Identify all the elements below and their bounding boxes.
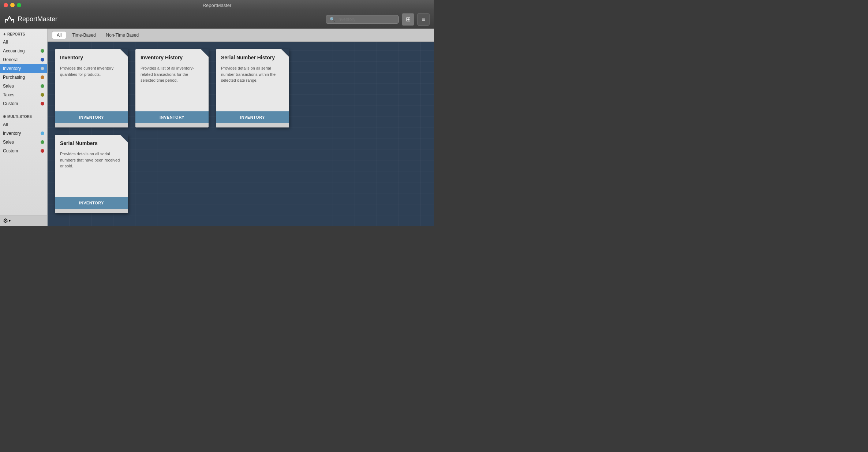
- sidebar-item-ms-all[interactable]: All: [0, 120, 47, 129]
- purchasing-dot: [41, 75, 44, 79]
- sidebar-item-label: Inventory: [3, 66, 41, 71]
- main-layout: ✦ REPORTS All Accounting General Invento…: [0, 29, 434, 226]
- card-serial-numbers[interactable]: Serial Numbers Provides details on all s…: [55, 135, 128, 213]
- card-corner: [281, 49, 289, 57]
- ms-custom-dot: [41, 149, 44, 153]
- maximize-button[interactable]: [17, 3, 21, 7]
- sidebar-item-label: Inventory: [3, 131, 41, 136]
- sidebar-item-label: Custom: [3, 101, 41, 106]
- sales-dot: [41, 84, 44, 88]
- list-icon: ≡: [422, 16, 425, 23]
- sidebar-item-inventory[interactable]: Inventory: [0, 64, 47, 73]
- inventory-dot: [41, 67, 44, 70]
- card-footer[interactable]: INVENTORY: [216, 111, 289, 123]
- card-title: Inventory: [60, 54, 123, 61]
- sidebar-item-label: Sales: [3, 84, 41, 89]
- search-box[interactable]: 🔍: [326, 15, 399, 24]
- tab-time-based-label: Time-Based: [72, 33, 96, 38]
- card-body: Serial Numbers Provides details on all s…: [55, 135, 128, 197]
- sidebar-item-label: Accounting: [3, 48, 41, 53]
- card-tab: [55, 209, 128, 213]
- sidebar-item-taxes[interactable]: Taxes: [0, 90, 47, 99]
- ms-inventory-dot: [41, 131, 44, 135]
- app-header: ReportMaster 🔍 ⊞ ≡: [0, 10, 434, 29]
- custom-dot: [41, 102, 44, 105]
- gear-icon: ⚙: [3, 217, 8, 224]
- ms-sales-dot: [41, 140, 44, 144]
- card-footer[interactable]: INVENTORY: [55, 197, 128, 209]
- cards-container: Inventory Provides the current inventory…: [48, 42, 434, 226]
- card-title: Inventory History: [141, 54, 203, 61]
- card-description: Provides details on all serial numbers t…: [60, 151, 123, 169]
- reports-section-label: ✦ REPORTS: [0, 29, 47, 38]
- sidebar-item-label: Purchasing: [3, 75, 41, 80]
- close-button[interactable]: [4, 3, 8, 7]
- sidebar-item-purchasing[interactable]: Purchasing: [0, 73, 47, 82]
- sidebar-item-custom[interactable]: Custom: [0, 99, 47, 108]
- title-bar: ReportMaster: [0, 0, 434, 10]
- tab-time-based[interactable]: Time-Based: [68, 32, 100, 39]
- tab-non-time-based-label: Non-Time Based: [106, 33, 139, 38]
- sidebar-item-ms-custom[interactable]: Custom: [0, 147, 47, 155]
- card-body: Inventory Provides the current inventory…: [55, 49, 128, 111]
- tab-all[interactable]: All: [52, 31, 66, 39]
- sidebar-item-label: Sales: [3, 140, 41, 145]
- multistore-section-title: MULTI-STORE: [7, 115, 32, 119]
- card-description: Provides the current inventory quantitie…: [60, 65, 123, 77]
- window-controls: [4, 3, 21, 7]
- sidebar: ✦ REPORTS All Accounting General Invento…: [0, 29, 48, 226]
- search-icon: 🔍: [330, 17, 335, 22]
- multistore-star-icon: ✸: [3, 115, 6, 119]
- logo-icon: [4, 14, 15, 25]
- general-dot: [41, 58, 44, 62]
- sidebar-item-label: Taxes: [3, 92, 41, 97]
- sidebar-item-label: All: [3, 122, 44, 127]
- filter-tabs: All Time-Based Non-Time Based: [48, 29, 434, 42]
- card-serial-number-history[interactable]: Serial Number History Provides details o…: [216, 49, 289, 127]
- card-description: Provides a list of all inventory-related…: [141, 65, 203, 84]
- dropdown-arrow-icon: ▾: [9, 219, 11, 223]
- tab-non-time-based[interactable]: Non-Time Based: [102, 32, 143, 39]
- reports-star-icon: ✦: [3, 32, 6, 36]
- card-corner: [120, 135, 128, 143]
- minimize-button[interactable]: [10, 3, 15, 7]
- card-description: Provides details on all serial number tr…: [221, 65, 284, 84]
- sidebar-footer[interactable]: ⚙ ▾: [0, 215, 48, 226]
- grid-view-button[interactable]: ⊞: [402, 13, 414, 26]
- multistore-section-label: ✸ MULTI-STORE: [0, 111, 47, 120]
- card-inventory[interactable]: Inventory Provides the current inventory…: [55, 49, 128, 127]
- search-input[interactable]: [337, 17, 395, 22]
- card-title: Serial Numbers: [60, 140, 123, 147]
- card-corner: [120, 49, 128, 57]
- card-corner: [201, 49, 209, 57]
- card-inventory-history[interactable]: Inventory History Provides a list of all…: [135, 49, 209, 127]
- card-body: Inventory History Provides a list of all…: [135, 49, 209, 111]
- card-tab: [135, 123, 209, 127]
- sidebar-item-all[interactable]: All: [0, 38, 47, 47]
- content-area: All Time-Based Non-Time Based Inventory …: [48, 29, 434, 226]
- app-name: ReportMaster: [18, 15, 57, 23]
- card-body: Serial Number History Provides details o…: [216, 49, 289, 111]
- sidebar-item-ms-sales[interactable]: Sales: [0, 138, 47, 147]
- cards-row-2: Serial Numbers Provides details on all s…: [55, 135, 427, 213]
- accounting-dot: [41, 49, 44, 53]
- sidebar-item-label: General: [3, 57, 41, 62]
- cards-row-1: Inventory Provides the current inventory…: [55, 49, 427, 127]
- card-title: Serial Number History: [221, 54, 284, 61]
- sidebar-item-label: Custom: [3, 148, 41, 153]
- reports-section-title: REPORTS: [7, 32, 25, 36]
- sidebar-item-label: All: [3, 40, 44, 45]
- card-footer[interactable]: INVENTORY: [55, 111, 128, 123]
- tab-all-label: All: [57, 33, 61, 38]
- list-view-button[interactable]: ≡: [417, 13, 430, 26]
- card-footer[interactable]: INVENTORY: [135, 111, 209, 123]
- app-logo: ReportMaster: [4, 14, 326, 25]
- sidebar-item-general[interactable]: General: [0, 55, 47, 64]
- sidebar-item-ms-inventory[interactable]: Inventory: [0, 129, 47, 138]
- taxes-dot: [41, 93, 44, 97]
- header-controls: 🔍 ⊞ ≡: [326, 13, 430, 26]
- sidebar-item-accounting[interactable]: Accounting: [0, 47, 47, 55]
- card-tab: [55, 123, 128, 127]
- card-tab: [216, 123, 289, 127]
- sidebar-item-sales[interactable]: Sales: [0, 82, 47, 90]
